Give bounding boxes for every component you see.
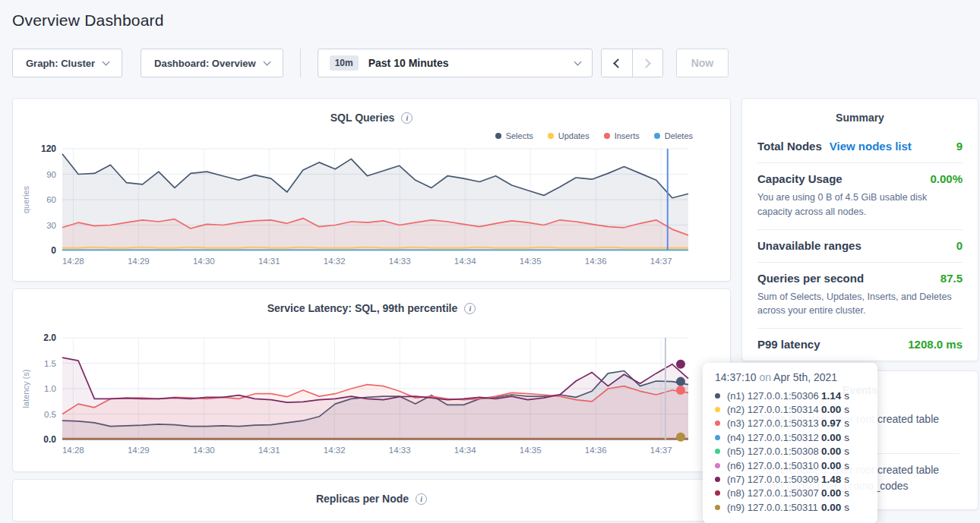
stat-description: Sum of Selects, Updates, Inserts, and De… bbox=[757, 290, 963, 319]
sql-latency-chart[interactable]: 14:2814:2914:3014:3114:3214:3314:3414:35… bbox=[20, 330, 723, 467]
svg-text:1.5: 1.5 bbox=[44, 359, 56, 368]
stat-value: 9 bbox=[956, 140, 963, 153]
svg-text:queries: queries bbox=[21, 185, 30, 213]
time-prev-button[interactable] bbox=[602, 49, 632, 77]
chevron-left-icon bbox=[613, 58, 623, 68]
svg-text:30: 30 bbox=[46, 221, 56, 230]
chevron-down-icon bbox=[103, 58, 110, 65]
tooltip-connector: on bbox=[759, 371, 771, 383]
svg-text:0.5: 0.5 bbox=[44, 410, 56, 419]
stat-label: Total Nodes bbox=[757, 140, 822, 153]
latency-unit: s bbox=[844, 474, 849, 485]
legend-dot bbox=[548, 133, 554, 139]
node-latency-value: 0.00 bbox=[821, 502, 841, 513]
dashboard-label: Dashboard: Overview bbox=[154, 58, 256, 69]
summary-total-nodes: Total NodesView nodes list9 bbox=[757, 131, 963, 162]
graph-scope-dropdown[interactable]: Graph: Cluster bbox=[12, 49, 122, 77]
legend-item-updates[interactable]: Updates bbox=[548, 131, 590, 140]
view-nodes-link[interactable]: View nodes list bbox=[830, 140, 912, 153]
tooltip-row: (n1) 127.0.0.1:503061.14s bbox=[715, 389, 865, 402]
svg-text:14:33: 14:33 bbox=[389, 446, 411, 455]
legend-dot bbox=[495, 133, 501, 139]
info-icon[interactable]: i bbox=[464, 303, 476, 314]
tooltip-row: (n4) 127.0.0.1:503120.00s bbox=[715, 430, 865, 444]
info-icon[interactable]: i bbox=[416, 493, 427, 505]
tooltip-row: (n8) 127.0.0.1:503070.00s bbox=[715, 487, 865, 500]
summary-rows: Total NodesView nodes list9Capacity Usag… bbox=[742, 131, 978, 361]
node-color-dot bbox=[715, 490, 720, 496]
node-address: (n2) 127.0.0.1:50314 bbox=[727, 404, 821, 415]
node-latency-value: 1.14 bbox=[821, 390, 841, 402]
chart-title: Service Latency: SQL, 99th percentile bbox=[267, 302, 458, 314]
svg-text:60: 60 bbox=[46, 195, 56, 204]
chevron-right-icon bbox=[641, 58, 651, 68]
dashboard-dropdown[interactable]: Dashboard: Overview bbox=[141, 49, 283, 77]
node-color-dot bbox=[715, 407, 720, 412]
divider bbox=[300, 49, 301, 77]
svg-text:14:30: 14:30 bbox=[193, 446, 215, 455]
node-latency-value: 0.97 bbox=[821, 417, 841, 429]
chart-title: Replicas per Node bbox=[316, 493, 409, 505]
tooltip-rows: (n1) 127.0.0.1:503061.14s(n2) 127.0.0.1:… bbox=[715, 389, 865, 515]
svg-text:120: 120 bbox=[41, 143, 56, 154]
chart-title-row: Replicas per Node i bbox=[20, 489, 723, 509]
summary-capacity-usage: Capacity Usage0.00%You are using 0 B of … bbox=[757, 162, 963, 229]
node-latency-value: 0.00 bbox=[821, 446, 841, 457]
summary-unavailable-ranges: Unavailable ranges0 bbox=[757, 229, 963, 262]
node-latency-value: 0.00 bbox=[821, 487, 841, 499]
controls-bar: Graph: Cluster Dashboard: Overview 10m P… bbox=[12, 49, 968, 77]
tooltip-time: 14:37:10 bbox=[715, 371, 757, 383]
latency-unit: s bbox=[844, 390, 849, 402]
summary-queries-per-second: Queries per second87.5Sum of Selects, Up… bbox=[757, 262, 963, 329]
stat-label: P99 latency bbox=[757, 338, 820, 351]
svg-text:14:35: 14:35 bbox=[520, 257, 542, 266]
svg-text:14:33: 14:33 bbox=[389, 257, 411, 266]
node-color-dot bbox=[715, 505, 720, 510]
node-address: (n1) 127.0.0.1:50306 bbox=[727, 390, 821, 402]
sql-latency-svg: 14:2814:2914:3014:3114:3214:3314:3414:35… bbox=[20, 330, 723, 464]
node-latency-value: 0.00 bbox=[821, 460, 841, 471]
summary-p99-latency: P99 latency1208.0 ms bbox=[757, 328, 963, 361]
info-icon[interactable]: i bbox=[401, 112, 413, 124]
svg-text:14:34: 14:34 bbox=[454, 257, 476, 266]
latency-unit: s bbox=[844, 446, 849, 457]
legend-item-inserts[interactable]: Inserts bbox=[604, 131, 640, 140]
svg-text:1.0: 1.0 bbox=[44, 384, 56, 393]
graph-scope-label: Graph: Cluster bbox=[26, 58, 95, 69]
node-color-dot bbox=[715, 435, 720, 440]
latency-unit: s bbox=[844, 432, 849, 443]
svg-text:14:37: 14:37 bbox=[650, 257, 672, 266]
tooltip-row: (n7) 127.0.0.1:503091.48s bbox=[715, 472, 865, 486]
stat-value: 87.5 bbox=[940, 272, 963, 285]
legend-item-deletes[interactable]: Deletes bbox=[654, 131, 693, 140]
sql-queries-svg: 14:2814:2914:3014:3114:3214:3314:3414:35… bbox=[20, 143, 723, 273]
sql-queries-chart[interactable]: 14:2814:2914:3014:3114:3214:3314:3414:35… bbox=[20, 143, 723, 276]
tooltip-row: (n3) 127.0.0.1:503130.97s bbox=[715, 417, 865, 430]
legend-dot bbox=[604, 133, 610, 139]
legend-item-selects[interactable]: Selects bbox=[495, 131, 533, 140]
time-range-label: Past 10 Minutes bbox=[368, 57, 575, 69]
svg-text:14:34: 14:34 bbox=[454, 446, 476, 455]
time-range-dropdown[interactable]: 10m Past 10 Minutes bbox=[318, 49, 593, 77]
chevron-down-icon bbox=[263, 58, 270, 65]
node-color-dot bbox=[715, 463, 720, 468]
summary-header: Summary bbox=[742, 99, 978, 131]
svg-text:0: 0 bbox=[51, 245, 56, 256]
replicas-panel: Replicas per Node i bbox=[12, 479, 731, 521]
node-color-dot bbox=[715, 393, 720, 399]
stat-value: 0.00% bbox=[930, 172, 963, 185]
svg-text:14:28: 14:28 bbox=[62, 446, 84, 455]
node-address: (n3) 127.0.0.1:50313 bbox=[727, 417, 821, 429]
legend-label: Selects bbox=[506, 131, 533, 140]
chevron-down-icon bbox=[574, 58, 581, 65]
sql-queries-panel: SQL Queries i SelectsUpdatesInsertsDelet… bbox=[12, 98, 731, 282]
svg-text:2.0: 2.0 bbox=[43, 332, 56, 343]
overview-dashboard-page: Overview Dashboard Graph: Cluster Dashbo… bbox=[0, 0, 980, 523]
now-button[interactable]: Now bbox=[676, 49, 729, 77]
tooltip-timestamp: 14:37:10 on Apr 5th, 2021 bbox=[715, 371, 865, 383]
svg-text:14:37: 14:37 bbox=[650, 446, 672, 455]
chart-tooltip: 14:37:10 on Apr 5th, 2021 (n1) 127.0.0.1… bbox=[703, 363, 877, 523]
latency-unit: s bbox=[844, 404, 849, 415]
time-next-button[interactable] bbox=[632, 49, 662, 77]
legend-label: Inserts bbox=[615, 131, 640, 140]
